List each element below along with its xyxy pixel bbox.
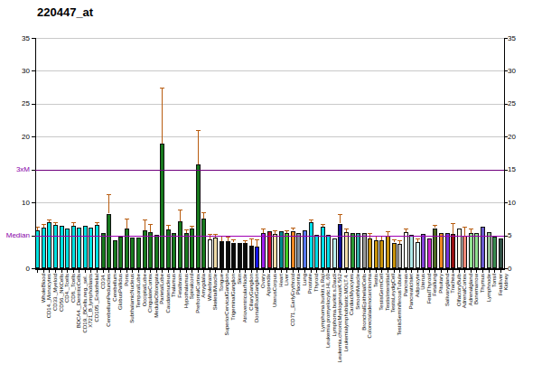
x-axis-tickmark — [464, 270, 465, 273]
x-label-Wholebrain: Wholebrain — [207, 274, 212, 301]
bar-Adipocyte — [409, 235, 414, 268]
bar-CD19._BCells.neg._sel.. — [77, 228, 81, 268]
x-label-Liver: Liver — [284, 274, 289, 285]
x-axis-tickmark — [298, 270, 299, 273]
bar-Amygdala — [196, 164, 201, 268]
bar-Trachea — [445, 233, 450, 268]
x-label-Ovary: Ovary — [260, 274, 266, 288]
x-axis-tickmark — [494, 270, 495, 273]
error-bar-cap — [255, 239, 259, 240]
x-label-CiliaryGanglion: CiliaryGanglion — [248, 274, 254, 311]
x-axis-tickmark — [103, 270, 104, 273]
x-label-Tonsil: Tonsil — [491, 274, 497, 287]
bar-Thyroid — [309, 222, 313, 268]
x-label-Bonemarrow: Bonemarrow — [473, 274, 479, 304]
y-axis-right-label: 25 — [508, 99, 516, 107]
x-axis-tickmark — [358, 270, 359, 273]
y-axis-left-label: 30 — [0, 67, 30, 75]
bar-Appendix — [261, 233, 266, 268]
x-axis-tickmark — [489, 270, 490, 273]
error-bar — [198, 130, 199, 164]
error-bar-cap — [285, 230, 289, 231]
x-label-Pons: Pons — [124, 274, 129, 286]
x-label-Thymus: Thymus — [480, 274, 485, 293]
x-label-Thalamus: Thalamus — [171, 274, 176, 297]
x-label-Skin: Skin — [237, 274, 242, 285]
bar-Uterus — [416, 242, 420, 268]
x-label-CingulateCortex: CingulateCortex — [147, 274, 153, 313]
bar-FetalThyroid — [421, 234, 425, 268]
bar-Tongue — [213, 238, 218, 268]
x-label-CD14._Monocytes: CD14._Monocytes — [46, 274, 51, 318]
plot-area: 353025203xM10Median035302520151050WholeB… — [0, 0, 542, 392]
bar-X721_B_lymphoblasts — [83, 226, 88, 268]
x-axis-tickmark — [251, 270, 252, 273]
x-label-PancreaticIslet: PancreaticIslet — [408, 274, 414, 309]
x-axis-tickmark — [346, 270, 347, 273]
gridline-30 — [35, 70, 504, 71]
x-axis-tickmark — [328, 270, 329, 273]
error-bar-cap — [125, 219, 129, 219]
x-axis-tickmark — [233, 270, 234, 273]
x-axis-tickmark — [293, 270, 294, 273]
x-label-Leukemialymphoblastic.MOLT.4.: Leukemialymphoblastic.MOLT.4. — [343, 274, 349, 351]
error-bar — [257, 239, 257, 247]
x-axis-tickmark — [108, 270, 109, 273]
x-label-TestisGermCell: TestisGermCell — [378, 274, 384, 311]
x-axis-tickmark — [168, 270, 169, 273]
bar-GlobusPallidus — [113, 240, 117, 268]
bar-CD34. — [95, 225, 99, 268]
bar-SmoothMuscle — [350, 233, 355, 268]
x-axis-tickmark — [435, 270, 435, 273]
y-axis-left-label: 25 — [0, 99, 30, 107]
x-axis-tickmark — [126, 270, 127, 273]
error-bar-cap — [368, 233, 372, 234]
bar-BronchialEpithelialCells — [356, 233, 360, 268]
error-bar-cap — [309, 219, 313, 220]
x-label-Pituitary: Pituitary — [438, 274, 444, 294]
x-axis-tickmark — [500, 270, 501, 273]
error-bar-cap — [451, 223, 455, 224]
x-label-Trachea: Trachea — [450, 274, 455, 294]
bar-Liver — [279, 231, 284, 268]
x-axis-tickmark — [316, 270, 317, 273]
x-label-Amygdala: Amygdala — [201, 274, 206, 298]
x-axis-tickmark — [210, 270, 210, 273]
x-label-Fetallung: Fetallung — [432, 274, 437, 296]
x-axis-tickmark — [132, 270, 133, 273]
bar-Thymus — [474, 233, 479, 268]
bar-TestisLeydigCell — [386, 236, 390, 268]
x-label-Placenta: Placenta — [295, 274, 301, 294]
x-axis-tickmark — [471, 270, 472, 273]
x-label-Salivarygland: Salivarygland — [444, 274, 450, 306]
x-label-Pancreas: Pancreas — [403, 274, 408, 296]
bar-CD4._Tcells — [60, 226, 64, 268]
bar-Fetalbrain — [172, 233, 176, 268]
bar-CD105._Endothelial — [89, 228, 93, 268]
bar-Fetallung — [427, 238, 432, 269]
x-label-BronchialEpithelialCells: BronchialEpithelialCells — [361, 274, 367, 331]
x-axis-tickmark — [180, 270, 181, 273]
x-label-CD56._NKCells: CD56._NKCells — [59, 274, 64, 312]
bar-DorsalRootGanglion — [249, 246, 254, 269]
x-label-AtrioventricularNode: AtrioventricularNode — [242, 274, 248, 322]
bar-OlfactoryBulb — [451, 234, 455, 268]
error-bar-cap — [344, 229, 349, 229]
y-axis-right-label: 15 — [508, 165, 516, 173]
y-axis-right-label: 10 — [508, 199, 516, 207]
x-label-Uterus: Uterus — [420, 274, 425, 290]
x-label-Hypothalamus: Hypothalamus — [183, 274, 189, 308]
bar-SkeletalMuscle — [208, 239, 212, 268]
x-label-SubthalamicNucleus: SubthalamicNucleus — [129, 274, 135, 323]
bar-Placenta — [291, 231, 295, 269]
bar-Tonsil — [487, 232, 491, 268]
x-label-BDCA4._DentriticCells: BDCA4._DentriticCells — [76, 274, 81, 328]
bar-Leukemialymphoblastic.MOLT.4. — [338, 224, 342, 269]
bar-CD14._Monocytes — [42, 228, 46, 268]
y-axis-right-label: 20 — [508, 133, 516, 141]
x-label-DorsalRootGanglion: DorsalRootGanglion — [254, 274, 259, 322]
bar-Adrenalgland — [463, 236, 467, 268]
bar-TestisInterstitial — [379, 240, 384, 268]
x-label-Lymphoma.burkitt.s.Daudi: Lymphoma.burkitt.s.Daudi — [332, 274, 337, 336]
x-axis-tickmark — [239, 270, 240, 273]
